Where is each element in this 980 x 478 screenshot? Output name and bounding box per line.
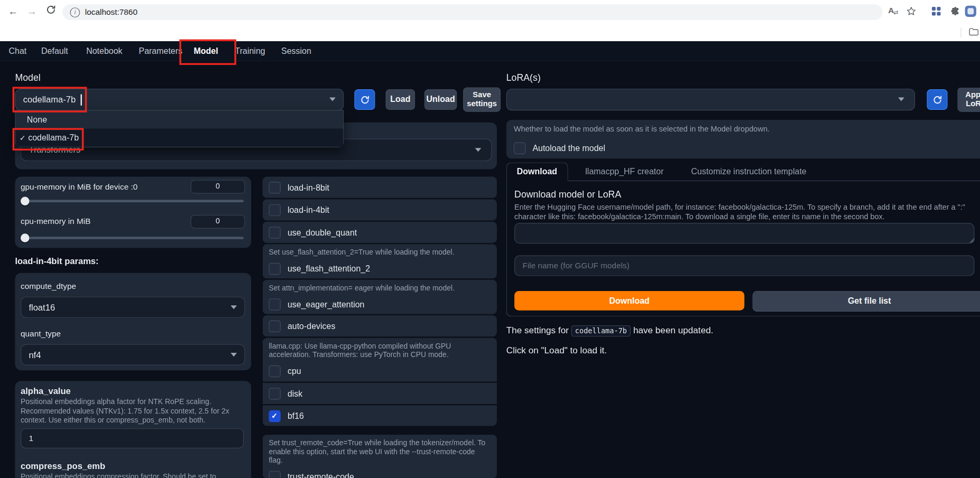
load-in-4bit-params-heading: load-in-4bit params:: [15, 256, 98, 266]
chevron-down-icon: [329, 97, 336, 101]
flag-block: use_double_quant: [263, 222, 497, 243]
checkbox-label: bf16: [288, 411, 304, 421]
unload-button[interactable]: Unload: [424, 89, 457, 110]
checkbox-row[interactable]: trust-remote-code: [263, 466, 497, 478]
gpu-memory-value[interactable]: 0: [191, 180, 245, 194]
flag-block: Set attn_implementation= eager while loa…: [263, 280, 497, 314]
tab-chat[interactable]: Chat: [9, 41, 27, 61]
get-file-list-button[interactable]: Get file list: [753, 291, 980, 312]
checkbox-label: use_eager_attention: [288, 299, 365, 309]
cpu-memory-slider-handle[interactable]: [21, 233, 30, 242]
dtype-panel: compute_dtype float16 quant_type nf4: [15, 273, 251, 370]
dropdown-option-none[interactable]: None: [16, 110, 344, 128]
lora-refresh-button[interactable]: [927, 89, 947, 110]
apps-icon[interactable]: [932, 7, 941, 16]
compute-dtype-dropdown[interactable]: float16: [21, 297, 245, 318]
download-button[interactable]: Download: [514, 291, 744, 311]
reload-icon[interactable]: [44, 4, 58, 18]
autoload-label: Autoload the model: [532, 143, 605, 153]
translate-icon-arrows: ⇄: [894, 10, 899, 16]
cpu-memory-slider[interactable]: [21, 237, 244, 239]
checkbox[interactable]: [269, 263, 280, 274]
chevron-down-icon: [230, 353, 237, 357]
alpha-value-input[interactable]: 1: [21, 428, 244, 448]
model-dropdown[interactable]: codellama-7b: [15, 89, 344, 110]
checkbox-label: load-in-4bit: [288, 205, 329, 214]
alpha-value-description: Positional embeddings alpha factor for N…: [21, 397, 243, 425]
model-refresh-button[interactable]: [354, 89, 375, 110]
checkbox[interactable]: [269, 181, 280, 193]
forward-icon[interactable]: →: [25, 5, 39, 18]
checkbox-row[interactable]: use_double_quant: [263, 222, 497, 243]
tab-notebook[interactable]: Notebook: [86, 41, 122, 61]
checkbox-row[interactable]: use_eager_attention: [263, 294, 497, 314]
resize-grip[interactable]: [969, 237, 975, 243]
chevron-down-icon: [475, 148, 482, 152]
autoload-checkbox-row[interactable]: Autoload the model: [514, 138, 951, 157]
site-info-icon[interactable]: i: [70, 7, 80, 17]
tab-llamacpp-hf-creator[interactable]: llamacpp_HF creator: [575, 163, 673, 181]
checkbox-row[interactable]: load-in-8bit: [263, 177, 497, 198]
checkbox[interactable]: [269, 471, 280, 478]
checkbox[interactable]: [269, 298, 280, 310]
gpu-memory-slider[interactable]: [21, 200, 244, 202]
checkbox-label: auto-devices: [288, 321, 336, 331]
checkbox-row[interactable]: use_flash_attention_2: [263, 258, 497, 278]
url-text[interactable]: localhost:7860: [85, 7, 137, 17]
gguf-file-name-input[interactable]: [514, 256, 974, 276]
download-description: Enter the Hugging Face username/model pa…: [514, 203, 967, 221]
profile-avatar[interactable]: [965, 6, 976, 17]
checkbox[interactable]: [514, 142, 525, 154]
model-path-input[interactable]: [514, 223, 974, 243]
flag-info-text: llama.cpp: Use llama-cpp-python compiled…: [263, 338, 497, 361]
save-settings-button[interactable]: Save settings: [463, 88, 501, 112]
tab-download[interactable]: Download: [506, 162, 568, 181]
load-button[interactable]: Load: [386, 89, 415, 110]
refresh-icon: [359, 95, 369, 105]
model-dropdown-value: codellama-7b: [23, 89, 76, 109]
checkbox-row[interactable]: disk: [263, 381, 497, 404]
apply-lora-button[interactable]: Apply LoRA: [957, 88, 980, 112]
flag-info-text: Set use_flash_attention_2=True while loa…: [263, 244, 497, 258]
flag-block: auto-devices: [263, 315, 497, 336]
dropdown-option-codellama[interactable]: ✓codellama-7b: [16, 129, 344, 147]
tab-training[interactable]: Training: [235, 41, 265, 61]
checkbox[interactable]: [269, 365, 280, 377]
tab-customize-instruction-template[interactable]: Customize instruction template: [681, 163, 817, 181]
checkbox-checked[interactable]: [269, 410, 280, 421]
cpu-memory-value[interactable]: 0: [191, 215, 245, 229]
quant-type-dropdown[interactable]: nf4: [21, 344, 245, 365]
memory-panel: gpu-memory in MiB for device :0 0 cpu-me…: [15, 177, 251, 248]
model-name-code: codellama-7b: [571, 325, 631, 336]
bookmarks-folder-icon[interactable]: [969, 27, 979, 39]
status-text: The settings for: [506, 325, 571, 335]
checkbox-row[interactable]: load-in-4bit: [263, 199, 497, 220]
checkbox-row[interactable]: bf16: [263, 404, 497, 426]
checkbox-row[interactable]: cpu: [263, 360, 497, 381]
translate-icon[interactable]: A: [888, 6, 894, 15]
checkbox[interactable]: [269, 320, 280, 332]
checkbox-row[interactable]: auto-devices: [263, 315, 497, 336]
tab-parameters[interactable]: Parameters: [138, 41, 182, 61]
bookmark-star-icon[interactable]: [905, 6, 917, 20]
flag-block: Set trust_remote_code=True while loading…: [263, 435, 497, 478]
checkbox[interactable]: [269, 227, 280, 238]
compress-pos-emb-description: Positional embeddings compression factor…: [21, 472, 243, 478]
checkbox[interactable]: [269, 388, 280, 399]
flag-info-text: Set trust_remote_code=True while loading…: [263, 435, 497, 466]
back-icon[interactable]: ←: [6, 5, 20, 18]
extensions-puzzle-icon[interactable]: [950, 6, 960, 20]
cpu-memory-label: cpu-memory in MiB: [21, 217, 90, 226]
settings-updated-status: The settings for codellama-7b have been …: [506, 325, 714, 335]
quant-type-label: quant_type: [21, 329, 61, 339]
flag-info-text: Set attn_implementation= eager while loa…: [263, 280, 497, 294]
gpu-memory-slider-handle[interactable]: [21, 196, 30, 205]
load-hint-status: Click on "Load" to load it.: [506, 345, 607, 355]
checkbox[interactable]: [269, 204, 280, 215]
tab-model[interactable]: Model: [194, 41, 218, 61]
alpha-value-label: alpha_value: [21, 386, 71, 396]
tab-default[interactable]: Default: [41, 41, 68, 61]
lora-dropdown[interactable]: [506, 89, 915, 110]
tab-session[interactable]: Session: [281, 41, 311, 61]
address-bar[interactable]: i localhost:7860: [62, 4, 882, 20]
